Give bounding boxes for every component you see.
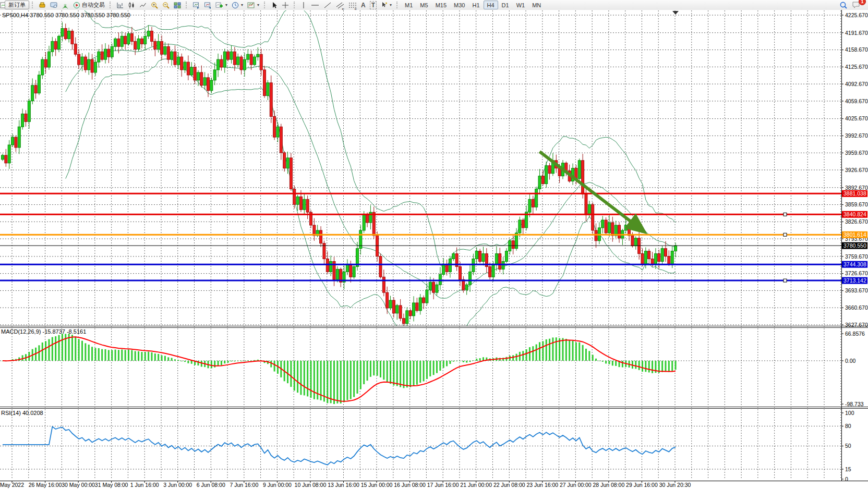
text-button[interactable]: A — [359, 1, 368, 9]
tile-windows-icon — [174, 2, 181, 9]
signals-button[interactable] — [59, 1, 71, 9]
tile-windows-button[interactable] — [172, 1, 183, 9]
svg-text:3713.142: 3713.142 — [843, 277, 866, 284]
price-level-badge[interactable]: 3881.038 — [842, 190, 867, 197]
search-button[interactable] — [837, 1, 850, 9]
editor-icon — [39, 2, 46, 9]
svg-text:4158.670: 4158.670 — [845, 46, 868, 53]
timeframe-group: M1M5M15M30H1H4D1W1MN — [401, 1, 545, 9]
time-axis[interactable]: May 202226 May 16:0030 May 00:0031 May 0… — [0, 481, 691, 488]
horizontal-line-icon — [311, 2, 319, 9]
signal-icon — [62, 2, 69, 9]
toolbar-grip — [294, 2, 296, 8]
svg-text:3859.670: 3859.670 — [845, 201, 868, 207]
svg-text:4059.670: 4059.670 — [845, 98, 868, 104]
timeframe-h4[interactable]: H4 — [484, 1, 498, 9]
svg-text:7 Jun 16:00: 7 Jun 16:00 — [230, 482, 258, 488]
autotrading-button[interactable]: 自动交易 — [71, 1, 107, 9]
svg-text:0.00: 0.00 — [845, 358, 856, 364]
price-level-badge[interactable]: 3801.614 — [842, 231, 867, 238]
svg-text:26 May 16:00: 26 May 16:00 — [29, 482, 62, 488]
equidistant-channel-button[interactable]: E — [334, 1, 346, 9]
bar-chart-button[interactable] — [114, 1, 126, 9]
svg-text:15: 15 — [845, 466, 851, 472]
zoom-out-button[interactable] — [160, 1, 172, 9]
fibonacci-button[interactable]: F — [346, 1, 359, 9]
svg-text:30 May 00:00: 30 May 00:00 — [62, 482, 95, 488]
text-icon: A — [361, 2, 366, 9]
svg-text:16 Jun 08:00: 16 Jun 08:00 — [394, 482, 426, 488]
timeframe-m15[interactable]: M15 — [432, 1, 450, 9]
price-level-badge[interactable]: 3713.142 — [842, 277, 867, 284]
vertical-line-icon — [300, 2, 307, 9]
crosshair-button[interactable] — [280, 1, 291, 9]
chart-step-forward-icon — [204, 2, 211, 9]
svg-text:3780.550: 3780.550 — [843, 242, 866, 249]
svg-text:3992.670: 3992.670 — [845, 132, 868, 139]
svg-text:15 Jun 00:00: 15 Jun 00:00 — [361, 482, 393, 488]
timeframe-m5[interactable]: M5 — [416, 1, 431, 9]
svg-text:4125.670: 4125.670 — [845, 64, 868, 70]
cursor-button[interactable] — [269, 1, 280, 9]
timeframe-h1[interactable]: H1 — [468, 1, 483, 9]
indicators-caret-icon: ▾ — [225, 3, 227, 7]
svg-text:31 May 08:00: 31 May 08:00 — [95, 482, 128, 488]
svg-text:28 Jun 08:00: 28 Jun 08:00 — [593, 482, 625, 488]
toolbar-grip — [264, 2, 267, 8]
arrows-button[interactable]: ▾ — [379, 1, 394, 9]
equidistant-channel-icon: E — [336, 2, 344, 9]
svg-text:3693.670: 3693.670 — [845, 287, 868, 294]
autotrading-icon — [73, 2, 80, 9]
svg-text:29 Jun 16:00: 29 Jun 16:00 — [626, 482, 658, 488]
toolbar-grip — [396, 2, 399, 8]
svg-text:3 Jun 00:00: 3 Jun 00:00 — [163, 482, 192, 488]
horizontal-line-button[interactable] — [309, 1, 321, 9]
timeframe-m30[interactable]: M30 — [450, 1, 468, 9]
timeframe-mn[interactable]: MN — [528, 1, 545, 9]
timeframe-m1[interactable]: M1 — [401, 1, 416, 9]
new-order-button[interactable]: 新订单 — [5, 1, 29, 9]
svg-text:3959.670: 3959.670 — [845, 150, 868, 156]
svg-text:0: 0 — [845, 476, 848, 482]
price-level-badge[interactable]: 3744.308 — [842, 261, 867, 268]
price-level-badge[interactable]: 3780.550 — [842, 242, 867, 249]
toolbar-grip — [32, 2, 34, 8]
rsi-label: RSI(14) 40.0208 — [1, 410, 43, 416]
line-chart-button[interactable] — [137, 1, 149, 9]
text-label-button[interactable]: T — [368, 1, 379, 9]
zoom-in-button[interactable] — [149, 1, 160, 9]
terminal-button[interactable] — [48, 1, 59, 9]
vertical-line-button[interactable] — [298, 1, 309, 9]
svg-text:80: 80 — [845, 423, 851, 429]
toolbar-grip — [186, 2, 188, 8]
periods-button[interactable]: ▾ — [230, 1, 245, 9]
editor-button[interactable] — [37, 1, 48, 9]
price-level-badge[interactable]: 3840.824 — [842, 211, 867, 218]
chart-title: SP500,H4 3780.550 3780.550 3780.550 3780… — [2, 12, 130, 18]
timeframe-w1[interactable]: W1 — [513, 1, 529, 9]
notification-badge[interactable]: 1 — [859, 0, 866, 5]
svg-text:23 Jun 16:00: 23 Jun 16:00 — [526, 482, 558, 488]
templates-caret-icon: ▾ — [257, 3, 259, 7]
step-forward-chart-button[interactable] — [202, 1, 213, 9]
new-order-label: 新订单 — [8, 1, 26, 9]
fibonacci-icon: F — [348, 2, 357, 9]
step-back-chart-button[interactable] — [190, 1, 202, 9]
svg-text:100: 100 — [845, 410, 854, 416]
price-chart[interactable]: 4225.6704191.6704158.6704125.6704092.670… — [0, 10, 868, 489]
indicators-button[interactable]: ▾ — [213, 1, 230, 9]
template-icon — [247, 2, 255, 9]
svg-text:4225.670: 4225.670 — [845, 12, 868, 18]
trendline-button[interactable] — [321, 1, 334, 9]
candlestick-button[interactable] — [126, 1, 137, 9]
svg-text:3627.670: 3627.670 — [845, 322, 868, 328]
svg-text:3926.670: 3926.670 — [845, 167, 868, 173]
svg-text:6 Jun 08:00: 6 Jun 08:00 — [197, 482, 225, 488]
terminal-window: { "toolbar": { "new_order_label": "新订单",… — [0, 0, 868, 489]
templates-button[interactable]: ▾ — [245, 1, 261, 9]
search-icon — [839, 1, 848, 9]
svg-text:66.8576: 66.8576 — [845, 331, 865, 337]
svg-text:3801.614: 3801.614 — [843, 231, 866, 238]
svg-text:3660.670: 3660.670 — [845, 304, 868, 311]
timeframe-d1[interactable]: D1 — [498, 1, 513, 9]
